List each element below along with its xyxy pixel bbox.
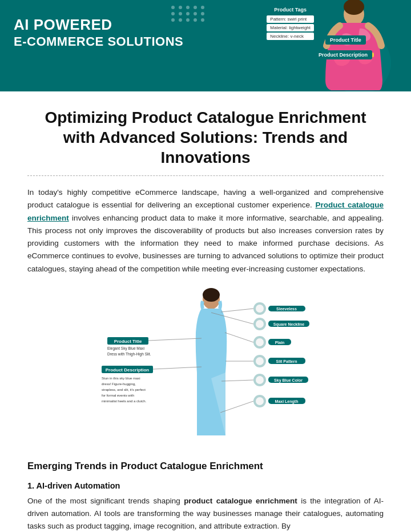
svg-text:Maxi Length: Maxi Length	[275, 399, 299, 404]
header-title-block: AI POWERED E-COMMERCE SOLUTIONS	[14, 16, 183, 50]
model-area: Product Tags Pattern: swirl print Materi…	[280, 0, 394, 91]
header-line1: AI POWERED	[14, 16, 183, 34]
svg-text:Dress with Thigh-High Slit.: Dress with Thigh-High Slit.	[107, 352, 151, 357]
svg-text:Sky Blue Color: Sky Blue Color	[274, 378, 303, 383]
svg-line-43	[153, 367, 202, 369]
svg-text:Sleeveless: Sleeveless	[276, 307, 297, 311]
svg-text:minimalist heels and a clutch.: minimalist heels and a clutch.	[102, 399, 147, 403]
svg-text:Square Neckline: Square Neckline	[273, 322, 305, 327]
svg-point-22	[256, 357, 264, 365]
svg-line-38	[148, 338, 202, 341]
svg-line-10	[221, 309, 253, 312]
product-tags-header: Product Tags	[267, 6, 314, 14]
svg-text:strapless, and slit, it's perf: strapless, and slit, it's perfect	[102, 388, 146, 391]
svg-text:for formal events with: for formal events with	[102, 394, 134, 397]
page-title: Optimizing Product Catalogue Enrichment …	[27, 107, 384, 167]
trend1-title: 1. AI-driven Automation	[27, 481, 384, 490]
product-tag-material: Material: lightweight	[267, 24, 314, 31]
svg-line-20	[225, 333, 253, 342]
section-divider	[27, 175, 384, 176]
svg-point-27	[256, 376, 264, 384]
svg-text:dress! Figure-hugging,: dress! Figure-hugging,	[102, 382, 136, 386]
svg-text:Slit Pattern: Slit Pattern	[276, 359, 297, 363]
svg-text:Product Title: Product Title	[114, 339, 142, 344]
header-line2: E-COMMERCE SOLUTIONS	[14, 34, 183, 50]
diagram-svg: Sleeveless Square Neckline Plain Slit	[97, 287, 314, 447]
main-content: Optimizing Product Catalogue Enrichment …	[0, 91, 411, 532]
product-tags-container: Product Tags Pattern: swirl print Materi…	[267, 6, 314, 41]
svg-line-30	[221, 380, 253, 381]
trend1-bold-text: product catalogue enrichment	[184, 497, 297, 505]
emerging-trends-title: Emerging Trends in Product Catalogue Enr…	[27, 461, 384, 472]
intro-text-cont: involves enhancing product data to make …	[27, 214, 384, 273]
product-tag-neckline: Neckline: v-neck	[267, 33, 314, 40]
svg-point-12	[256, 320, 264, 328]
trend1-body: One of the most significant trends shapi…	[27, 495, 384, 532]
svg-text:Product Description: Product Description	[106, 367, 150, 373]
svg-text:Plain: Plain	[275, 341, 285, 345]
product-tag-pattern: Pattern: swirl print	[267, 15, 314, 23]
product-title-badge: Product Title	[325, 35, 366, 45]
product-diagram: Sleeveless Square Neckline Plain Slit	[27, 287, 384, 447]
svg-text:Stun in this sky blue maxi: Stun in this sky blue maxi	[102, 377, 140, 380]
svg-point-5	[203, 288, 220, 302]
product-desc-badge: Product Description	[314, 50, 372, 59]
svg-point-32	[256, 397, 264, 405]
diagram-inner: Sleeveless Square Neckline Plain Slit	[97, 287, 314, 447]
intro-paragraph: In today's highly competitive eCommerce …	[27, 186, 384, 275]
header-banner: AI POWERED E-COMMERCE SOLUTIONS	[0, 0, 411, 91]
svg-text:Elegant Sky Blue Maxi: Elegant Sky Blue Maxi	[107, 346, 144, 351]
svg-point-7	[256, 305, 264, 313]
trend1-text-start: One of the most significant trends shapi…	[27, 497, 180, 505]
svg-point-17	[256, 338, 264, 346]
